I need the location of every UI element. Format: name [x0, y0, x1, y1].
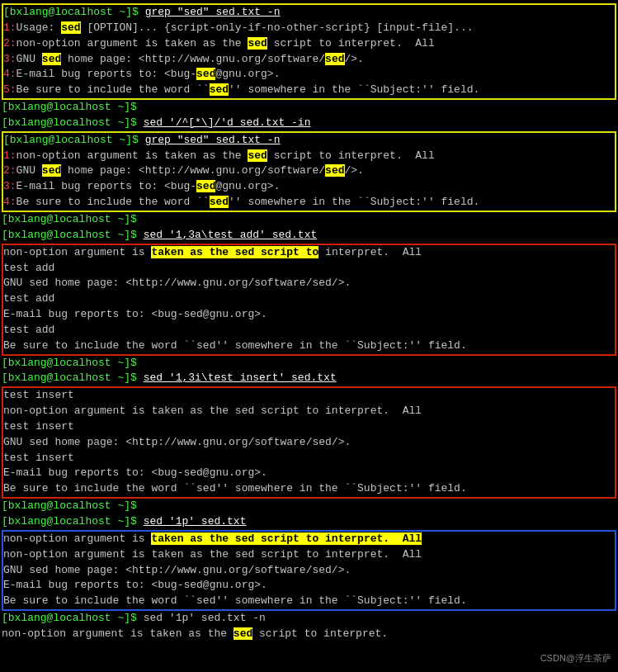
line-out-2-3: 3:E-mail bug reports to: <bug-sed@gnu.or… [3, 179, 615, 195]
insert-out-3: test insert [3, 419, 615, 435]
line-prompt-blank-5: [bxlang@localhost ~]$ [2, 499, 616, 514]
line-out-1-5: 5:Be sure to include the word ``sed'' so… [3, 83, 615, 98]
sed-1p-out-3: GNU sed home page: <http://www.gnu.org/s… [3, 563, 615, 579]
line-out-2-2: 2:GNU sed home page: <http://www.gnu.org… [3, 163, 615, 179]
append-out-2: test add [3, 261, 615, 277]
line-out-2-4: 4:Be sure to include the word ``sed'' so… [3, 195, 615, 211]
insert-out-5: test insert [3, 451, 615, 466]
append-out-3: GNU sed home page: <http://www.gnu.org/s… [3, 276, 615, 291]
line-out-1-1: 1:Usage: sed [OPTION]... {script-only-if… [3, 21, 615, 36]
line-prompt-blank-3: [bxlang@localhost ~]$ [2, 356, 616, 371]
sed-1p-n-out: non-option argument is taken as the sed … [2, 627, 616, 642]
grep-block-1: [bxlang@localhost ~]$ grep "sed" sed.txt… [2, 3, 616, 100]
append-block: non-option argument is taken as the sed … [2, 244, 616, 356]
insert-out-2: non-option argument is taken as the sed … [3, 404, 615, 419]
line-sed-1p: [bxlang@localhost ~]$ sed '1p' sed.txt [2, 514, 616, 530]
terminal-window: [bxlang@localhost ~]$ grep "sed" sed.txt… [0, 0, 618, 672]
sed-1p-block: non-option argument is taken as the sed … [2, 530, 616, 611]
append-out-4: test add [3, 291, 615, 307]
sed-1p-out-5: Be sure to include the word ``sed'' some… [3, 594, 615, 609]
append-out-6: test add [3, 323, 615, 338]
line-sed-append: [bxlang@localhost ~]$ sed '1,3a\test add… [2, 228, 616, 244]
insert-out-6: E-mail bug reports to: <bug-sed@gnu.org>… [3, 466, 615, 481]
line-out-1-2: 2:non-option argument is taken as the se… [3, 36, 615, 52]
insert-out-1: test insert [3, 388, 615, 404]
line-prompt-blank-1: [bxlang@localhost ~]$ [2, 100, 616, 116]
insert-block: test insert non-option argument is taken… [2, 386, 616, 499]
line-sed-delete: [bxlang@localhost ~]$ sed '/^[*\]/'d sed… [2, 116, 616, 131]
append-out-5: E-mail bug reports to: <bug-sed@gnu.org>… [3, 307, 615, 323]
insert-out-4: GNU sed home page: <http://www.gnu.org/s… [3, 435, 615, 451]
watermark: CSDN@浮生茶萨 [540, 652, 611, 665]
line-out-1-4: 4:E-mail bug reports to: <bug-sed@gnu.or… [3, 67, 615, 83]
append-out-7: Be sure to include the word ``sed'' some… [3, 338, 615, 354]
line-prompt-1: [bxlang@localhost ~]$ grep "sed" sed.txt… [3, 5, 615, 21]
insert-out-7: Be sure to include the word ``sed'' some… [3, 481, 615, 497]
append-out-1: non-option argument is taken as the sed … [3, 245, 615, 261]
line-prompt-2: [bxlang@localhost ~]$ grep "sed" sed.txt… [3, 133, 615, 149]
line-out-1-3: 3:GNU sed home page: <http://www.gnu.org… [3, 52, 615, 68]
line-prompt-blank-4: [bxlang@localhost ~]$ sed '1,3i\test ins… [2, 371, 616, 386]
grep-block-2: [bxlang@localhost ~]$ grep "sed" sed.txt… [2, 131, 616, 212]
sed-1p-out-4: E-mail bug reports to: <bug-sed@gnu.org>… [3, 578, 615, 594]
line-out-2-1: 1:non-option argument is taken as the se… [3, 149, 615, 164]
sed-1p-out-2: non-option argument is taken as the sed … [3, 547, 615, 563]
sed-1p-out-1: non-option argument is taken as the sed … [3, 532, 615, 547]
line-prompt-blank-2: [bxlang@localhost ~]$ [2, 212, 616, 228]
line-prompt-blank-6: [bxlang@localhost ~]$ sed '1p' sed.txt -… [2, 611, 616, 627]
